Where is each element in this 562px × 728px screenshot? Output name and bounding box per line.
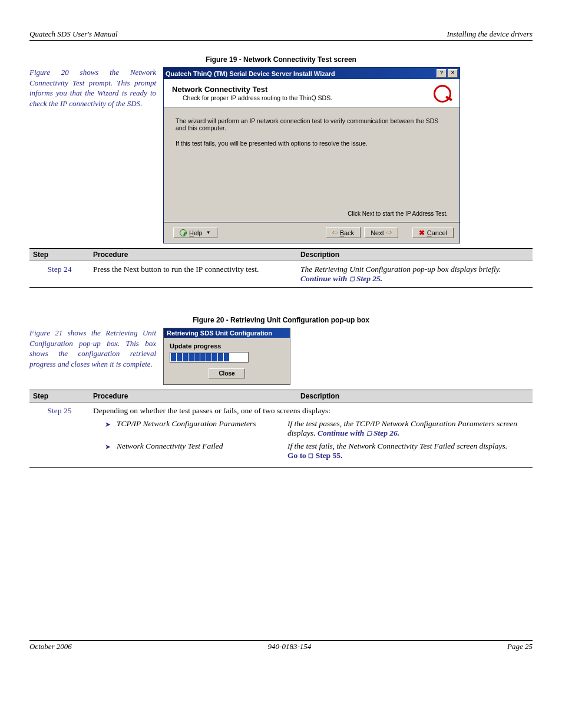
wizard-hint: Click Next to start the IP Address Test. (164, 210, 459, 222)
header-left: Quatech SDS User's Manual (29, 29, 118, 39)
page-footer: October 2006 940-0183-154 Page 25 (29, 640, 533, 651)
help-icon[interactable]: ? (437, 69, 447, 78)
cancel-x-icon: ✖ (419, 230, 425, 236)
cancel-button[interactable]: ✖ Cancel (412, 228, 454, 238)
continue-step-26-link[interactable]: Continue with ☐ Step 26. (318, 429, 399, 437)
col-procedure: Procedure (90, 249, 297, 261)
bullet-1: ➤ TCP/IP Network Configuration Parameter… (105, 419, 529, 438)
wizard-window: Quatech ThinQ (TM) Serial Device Server … (163, 67, 460, 243)
popup-window: Retrieving SDS Unit Configuration Update… (163, 328, 290, 385)
help-button-icon (180, 229, 187, 236)
progress-bar (170, 352, 249, 363)
col-description: Description (297, 390, 533, 403)
cancel-button-label-rest: ancel (432, 229, 447, 236)
back-arrow-icon: ⇦ (332, 229, 338, 236)
step-25-label: Step 25 (33, 406, 86, 416)
col-step: Step (29, 390, 90, 403)
next-arrow-icon: ⇨ (386, 229, 392, 236)
popup-close-button[interactable]: Close (209, 368, 245, 378)
footer-right: Page 25 (507, 642, 533, 651)
bullet-arrow-icon: ➤ (105, 420, 111, 438)
next-button[interactable]: Next ⇨ (364, 227, 398, 238)
bullet-2: ➤ Network Connectivity Test Failed If th… (105, 442, 529, 460)
wizard-heading: Network Connectivity Test (172, 85, 434, 94)
figure-19-caption: Figure 19 - Network Connectivity Test sc… (29, 55, 533, 64)
page-header: Quatech SDS User's Manual Installing the… (29, 29, 533, 41)
bullet-2-desc: If the test fails, the Network Connectiv… (287, 442, 529, 460)
step-24-desc-line1: The Retrieving Unit Configuration pop-up… (300, 265, 501, 274)
step-24-procedure: Press the Next button to run the IP conn… (90, 261, 297, 288)
steps-table-2: Step Procedure Description Step 25 Depen… (29, 390, 533, 468)
table-row: Step 24 Press the Next button to run the… (29, 261, 533, 288)
goto-step-55-link[interactable]: Go to ☐ Step 55. (287, 451, 342, 460)
col-step: Step (29, 249, 90, 261)
continue-step-25-link[interactable]: Continue with ☐ Step 25. (300, 274, 382, 283)
figure-20-sidetext: Figure 21 shows the Retrieving Unit Conf… (29, 328, 156, 369)
bullet-2-text: Network Connectivity Test Failed (117, 442, 282, 460)
back-button[interactable]: ⇦ Back (326, 227, 361, 238)
step-24-label: Step 24 (33, 265, 86, 274)
back-button-label-rest: ack (344, 229, 354, 236)
wizard-body-text-1: The wizard will perform an IP network co… (176, 117, 448, 131)
footer-center: 940-0183-154 (268, 642, 312, 651)
bullet-1-text: TCP/IP Network Configuration Parameters (117, 419, 282, 438)
popup-progress-label: Update progress (170, 342, 284, 350)
help-button-label-rest: elp (194, 229, 203, 236)
wizard-title: Quatech ThinQ (TM) Serial Device Server … (166, 70, 335, 77)
col-procedure: Procedure (90, 390, 297, 403)
wizard-titlebar: Quatech ThinQ (TM) Serial Device Server … (164, 68, 459, 79)
steps-table-1: Step Procedure Description Step 24 Press… (29, 248, 533, 288)
next-button-label: Next (371, 229, 384, 236)
wizard-body: The wizard will perform an IP network co… (164, 108, 459, 210)
col-description: Description (297, 249, 533, 261)
bullet-arrow-icon: ➤ (105, 443, 111, 460)
header-right: Installing the device drivers (447, 29, 533, 39)
step-25-procedure: Depending on whether the test passes or … (93, 406, 529, 416)
wizard-header-panel: Network Connectivity Test Check for prop… (164, 79, 459, 108)
chevron-down-icon: ▼ (206, 230, 211, 235)
popup-title: Retrieving SDS Unit Configuration (164, 328, 290, 338)
wizard-body-text-2: If this test fails, you will be presente… (176, 140, 448, 147)
close-icon[interactable]: × (448, 69, 458, 78)
bullet-1-desc: If the test passes, the TCP/IP Network C… (287, 419, 529, 438)
footer-left: October 2006 (29, 642, 72, 651)
help-button[interactable]: Help ▼ (173, 228, 217, 238)
wizard-subheading: Check for proper IP address routing to t… (183, 94, 434, 101)
table-row: Step 25 Depending on whether the test pa… (29, 403, 533, 468)
step-24-description: The Retrieving Unit Configuration pop-up… (297, 261, 533, 288)
figure-20-caption: Figure 20 - Retrieving Unit Configuratio… (29, 316, 533, 324)
wizard-footer: Help ▼ ⇦ Back Next ⇨ ✖ Cancel (164, 222, 459, 243)
quatech-logo-icon (434, 85, 451, 100)
figure-19-sidetext: Figure 20 shows the Network Connectivity… (29, 67, 156, 108)
